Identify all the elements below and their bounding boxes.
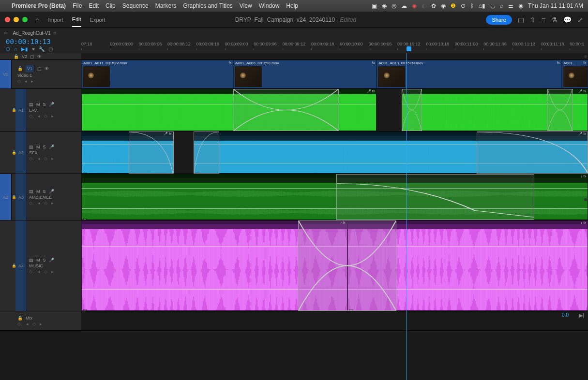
expand-icon[interactable]: ▤	[29, 102, 33, 107]
prev-kf-icon[interactable]: ◂	[38, 156, 40, 161]
solo-button[interactable]: S	[43, 102, 46, 107]
crossfade[interactable]	[194, 132, 219, 174]
voiceover-icon[interactable]: 🎤	[49, 145, 54, 149]
tray-icon[interactable]: ◐	[422, 2, 426, 9]
lock-icon[interactable]: 🔒	[17, 66, 23, 71]
fullscreen-icon[interactable]: ⤢	[577, 16, 583, 24]
track-patch-v1[interactable]: V1	[26, 65, 34, 72]
app-name[interactable]: Premiere Pro (Beta)	[12, 2, 66, 9]
crossfade[interactable]	[402, 89, 422, 131]
track-patch-a1[interactable]: A1	[15, 89, 27, 131]
menu-markers[interactable]: Markers	[155, 2, 176, 9]
expand-icon[interactable]: ▤	[29, 189, 33, 194]
tray-record-icon[interactable]: ◉	[412, 2, 417, 9]
flask-icon[interactable]: ⚗	[551, 16, 558, 24]
track-lane-a3[interactable]: ♪ fx L R	[81, 174, 588, 220]
mute-button[interactable]: M	[36, 189, 40, 194]
tab-export[interactable]: Export	[90, 13, 106, 27]
linked-selection-icon[interactable]: ∩	[14, 46, 17, 52]
keyframe-region[interactable]	[336, 174, 534, 220]
source-patch-v1[interactable]: V1	[0, 60, 12, 88]
eye-icon[interactable]: 👁	[45, 66, 49, 71]
prev-kf-icon[interactable]: ◂	[38, 114, 40, 118]
tray-icon[interactable]: ▣	[372, 2, 377, 9]
source-patch-a2[interactable]: A2	[0, 174, 12, 220]
menu-view[interactable]: View	[240, 2, 252, 9]
scrollbar[interactable]	[584, 198, 587, 201]
voiceover-icon[interactable]: 🎤	[49, 102, 54, 107]
keyframe-icon[interactable]: ◇.	[29, 114, 34, 118]
output-icon[interactable]: ▢	[37, 66, 42, 71]
minimize-button[interactable]	[14, 17, 19, 22]
control-center-icon[interactable]: ⚌	[508, 2, 513, 9]
snap-icon[interactable]: ⬡	[6, 46, 10, 52]
time-ruler[interactable]: 07:1800:00:08:0000:00:08:0600:00:08:1200…	[81, 38, 584, 53]
track-lane-v1[interactable]: A001_A011_08153V.movfxA001_A006_081593.m…	[81, 60, 588, 88]
mute-button[interactable]: M	[36, 258, 40, 263]
search-icon[interactable]: ⌕	[500, 2, 503, 9]
solo-button[interactable]: S	[43, 145, 46, 149]
track-lane-a4[interactable]: ♪ fx L R ♪ fx L R	[81, 220, 588, 311]
next-kf-icon[interactable]: ▸	[51, 114, 54, 118]
marker-icon[interactable]: ▶▮	[21, 46, 28, 52]
track-lane-mix[interactable]: ▶| 0.0	[81, 311, 588, 330]
voiceover-icon[interactable]: 🎤	[49, 189, 54, 194]
tab-edit[interactable]: Edit	[72, 13, 81, 27]
track-patch-a2[interactable]: A2	[15, 132, 27, 174]
panel-menu-icon[interactable]: ≡	[54, 30, 57, 36]
tray-icon[interactable]: ◎	[392, 2, 396, 9]
track-patch-a3[interactable]: A3	[15, 174, 27, 220]
menu-window[interactable]: Window	[259, 2, 280, 9]
playhead[interactable]	[407, 53, 407, 380]
expand-icon[interactable]: ▤	[29, 145, 33, 149]
next-kf-icon[interactable]: ▸	[51, 156, 54, 161]
keyframe-icon[interactable]: ◇.	[17, 322, 22, 326]
tab-import[interactable]: Import	[48, 13, 63, 27]
clock[interactable]: Thu Jan 11 11:01 AM	[528, 2, 583, 9]
menu-file[interactable]: File	[73, 2, 82, 9]
track-patch-a4[interactable]: A4	[15, 220, 27, 311]
video-clip[interactable]: A001...fx	[562, 60, 588, 88]
solo-button[interactable]: S	[43, 258, 46, 263]
video-clip[interactable]: A001_A013_0815FN.movfx	[377, 60, 561, 88]
wrench-icon[interactable]: 🔧	[39, 46, 45, 52]
tray-icon[interactable]: ◉	[382, 2, 387, 9]
tray-icon[interactable]: ◉	[441, 2, 446, 9]
next-kf-icon[interactable]: ▸	[51, 269, 54, 274]
crossfade[interactable]	[129, 132, 173, 174]
siri-icon[interactable]: ◉	[518, 2, 523, 9]
bluetooth-icon[interactable]: ᛒ	[470, 2, 474, 9]
crossfade[interactable]	[233, 89, 339, 131]
wifi-icon[interactable]: ◡	[490, 2, 495, 9]
expand-icon[interactable]: ▤	[29, 258, 33, 263]
next-kf-icon[interactable]: ▸	[51, 201, 54, 205]
share-button[interactable]: Share	[486, 15, 512, 25]
cc-icon[interactable]: ▢	[48, 46, 53, 52]
prev-kf-icon[interactable]: ◂	[25, 79, 27, 84]
next-kf-icon[interactable]: ▸	[31, 79, 33, 84]
tray-icon[interactable]: ✿	[431, 2, 436, 9]
video-clip[interactable]: A001_A011_08153V.movfx	[81, 60, 233, 88]
battery-icon[interactable]: ⌂▮	[479, 2, 485, 9]
playhead-timecode[interactable]: 00:00:10:13	[6, 38, 51, 45]
prev-kf-icon[interactable]: ◂	[38, 201, 40, 205]
track-lane-v2[interactable]	[81, 53, 588, 59]
goto-end-icon[interactable]: ▶|	[579, 312, 584, 319]
close-button[interactable]	[5, 17, 10, 22]
sequence-tab[interactable]: Ad_RoughCut-V1 ≡	[9, 29, 60, 37]
tray-cc-icon[interactable]: ☁	[401, 2, 407, 9]
track-lane-a1[interactable]: 🎤 fx🎤 fx	[81, 89, 588, 131]
output-icon[interactable]: ▢	[30, 54, 34, 59]
list-icon[interactable]: ≡	[542, 16, 545, 24]
crossfade[interactable]	[477, 132, 588, 174]
keyframe-icon[interactable]: ◇	[17, 79, 21, 84]
comment-icon[interactable]: 💬	[563, 16, 572, 24]
keyframe-icon[interactable]: ◇.	[29, 156, 34, 161]
quick-export-icon[interactable]: ▢	[518, 16, 524, 24]
track-patch-v2[interactable]: V2	[22, 54, 27, 59]
lock-icon[interactable]: 🔒	[14, 54, 19, 59]
voiceover-icon[interactable]: 🎤	[49, 258, 54, 263]
menu-help[interactable]: Help	[286, 2, 298, 9]
menu-graphics[interactable]: Graphics and Titles	[183, 2, 233, 9]
tray-notification-icon[interactable]: ❶	[451, 2, 456, 9]
